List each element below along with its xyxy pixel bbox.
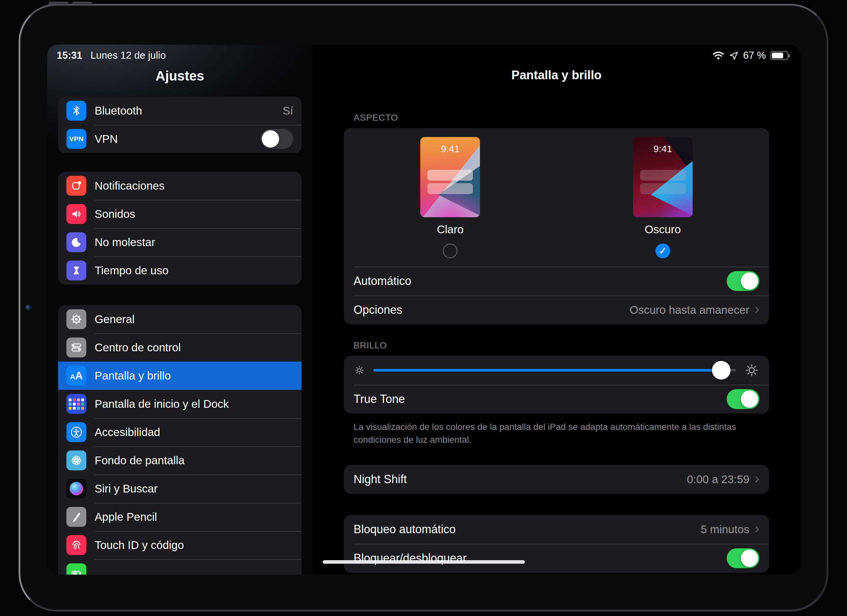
settings-group-radios: Bluetooth Sí VPN VPN (58, 97, 302, 153)
ipad-device: 15:31 Lunes 12 de julio Ajustes Bluetoot… (0, 0, 847, 616)
settings-group-general: General Centro de control AA (58, 305, 302, 575)
bluetooth-icon (66, 101, 86, 121)
control-center-icon (66, 338, 86, 357)
night-shift-row[interactable]: Night Shift 0:00 a 23:59 › (344, 465, 769, 494)
sidebar-item-sonidos[interactable]: Sonidos (58, 200, 302, 228)
true-tone-footnote: La visualización de los colores de la pa… (354, 421, 759, 446)
brightness-card: True Tone (344, 356, 769, 414)
light-theme-label: Claro (437, 223, 463, 236)
brightness-slider-row (344, 356, 769, 385)
auto-lock-row[interactable]: Bloqueo automático 5 minutos › (344, 515, 769, 544)
auto-lock-value: 5 minutos (701, 523, 750, 536)
sidebar-item-partial-bottom[interactable] (58, 559, 302, 575)
section-label-brillo: BRILLO (354, 324, 769, 351)
automatic-toggle[interactable] (727, 271, 759, 291)
location-arrow-icon (729, 51, 739, 60)
sidebar-item-accesibilidad[interactable]: Accesibilidad (58, 418, 302, 446)
device-frame: 15:31 Lunes 12 de julio Ajustes Bluetoot… (19, 4, 828, 612)
home-indicator[interactable] (323, 560, 525, 564)
lock-unlock-row[interactable]: Bloquear/desbloquear (344, 544, 769, 573)
battery-percent: 67 % (743, 50, 766, 61)
sidebar-item-apple-pencil[interactable]: Apple Pencil (58, 503, 302, 531)
lock-card: Bloqueo automático 5 minutos › Bloquear/… (344, 515, 769, 573)
options-value: Oscuro hasta amanecer (630, 303, 750, 316)
front-camera (25, 305, 31, 310)
appearance-option-dark[interactable]: 9:41 Oscuro ✓ (557, 137, 769, 258)
siri-icon (66, 479, 86, 499)
light-theme-preview[interactable]: 9:41 (420, 137, 480, 217)
page-title: Pantalla y brillo (313, 68, 800, 82)
chevron-right-icon: › (755, 309, 759, 311)
true-tone-row[interactable]: True Tone (344, 385, 769, 414)
sidebar-list: Bluetooth Sí VPN VPN (47, 44, 313, 575)
status-time: 15:31 (57, 50, 82, 61)
battery-app-icon (66, 563, 86, 575)
sidebar-item-tiempo-de-uso[interactable]: Tiempo de uso (58, 256, 302, 285)
volume-down-button (72, 1, 92, 5)
moon-icon (66, 232, 86, 252)
sidebar-item-notificaciones[interactable]: Notificaciones (58, 171, 302, 200)
sidebar-item-touch-id[interactable]: Touch ID y código (58, 531, 302, 559)
sidebar-item-vpn[interactable]: VPN VPN (58, 125, 302, 153)
vpn-icon: VPN (66, 129, 86, 149)
sidebar-item-no-molestar[interactable]: No molestar (58, 228, 302, 256)
battery-icon (770, 51, 788, 60)
gear-icon (66, 309, 86, 329)
wifi-icon (712, 50, 725, 61)
sounds-icon (66, 204, 86, 224)
screen: 15:31 Lunes 12 de julio Ajustes Bluetoot… (47, 44, 800, 575)
brightness-low-icon (354, 365, 365, 376)
automatic-row[interactable]: Automático (344, 267, 769, 295)
sidebar-title: Ajustes (47, 68, 313, 84)
accessibility-icon (66, 422, 86, 442)
notifications-icon (66, 176, 86, 196)
night-shift-card: Night Shift 0:00 a 23:59 › (344, 465, 769, 494)
options-row[interactable]: Opciones Oscuro hasta amanecer › (344, 295, 769, 324)
fingerprint-icon (66, 535, 86, 555)
vpn-toggle[interactable] (261, 129, 293, 149)
settings-group-notifications: Notificaciones Sonidos No (58, 171, 302, 285)
sidebar-item-bluetooth[interactable]: Bluetooth Sí (58, 97, 302, 125)
appearance-option-light[interactable]: 9:41 Claro (344, 137, 557, 258)
appearance-card: 9:41 Claro 9:41 Oscuro (344, 128, 769, 324)
section-label-aspecto: ASPECTO (354, 44, 769, 123)
sidebar-item-pantalla-y-brillo[interactable]: AA Pantalla y brillo (58, 362, 302, 390)
brightness-slider[interactable] (373, 361, 736, 380)
sidebar-item-centro-de-control[interactable]: Centro de control (58, 333, 302, 362)
light-theme-radio[interactable] (443, 244, 457, 258)
display-brightness-icon: AA (66, 366, 86, 386)
status-date: Lunes 12 de julio (90, 50, 165, 61)
volume-up-button (49, 1, 68, 5)
lock-unlock-toggle[interactable] (727, 548, 759, 568)
settings-sidebar: 15:31 Lunes 12 de julio Ajustes Bluetoot… (47, 44, 313, 575)
home-screen-dock-icon (66, 394, 86, 414)
display-brightness-pane: 67 % Pantalla y brillo ASPECTO 9:41 (313, 44, 800, 575)
brightness-slider-knob[interactable] (712, 361, 730, 380)
sidebar-item-pantalla-de-inicio[interactable]: Pantalla de inicio y el Dock (58, 390, 302, 418)
chevron-right-icon: › (755, 478, 759, 481)
true-tone-toggle[interactable] (727, 389, 759, 409)
pencil-icon (66, 507, 86, 527)
appearance-picker: 9:41 Claro 9:41 Oscuro (344, 128, 769, 267)
brightness-high-icon (744, 363, 759, 378)
dark-theme-preview[interactable]: 9:41 (633, 137, 693, 217)
bluetooth-value: Sí (283, 104, 293, 117)
wallpaper-flower-icon (66, 451, 86, 470)
sidebar-item-general[interactable]: General (58, 305, 302, 333)
hourglass-icon (66, 260, 86, 281)
statusbar-right: 67 % (712, 50, 788, 61)
dark-theme-radio[interactable]: ✓ (655, 244, 670, 258)
chevron-right-icon: › (755, 528, 759, 531)
night-shift-value: 0:00 a 23:59 (687, 473, 750, 486)
dark-theme-label: Oscuro (645, 223, 681, 236)
sidebar-item-siri-y-buscar[interactable]: Siri y Buscar (58, 474, 302, 503)
statusbar-left: 15:31 Lunes 12 de julio (57, 50, 166, 61)
sidebar-item-fondo-de-pantalla[interactable]: Fondo de pantalla (58, 446, 302, 474)
